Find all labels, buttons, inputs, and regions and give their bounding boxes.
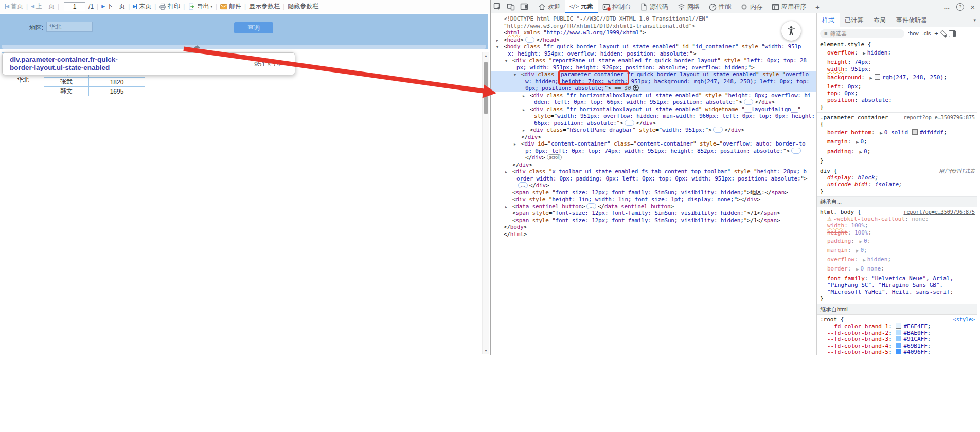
expand-shorthand-icon[interactable]: ▶: [880, 131, 882, 135]
color-swatch[interactable]: [896, 323, 901, 329]
expand-shorthand-icon[interactable]: ▶: [856, 249, 859, 253]
color-swatch[interactable]: [875, 74, 880, 80]
collapsed-arrow-icon[interactable]: ▸: [523, 106, 525, 114]
css-property---fd-color-brand-2[interactable]: --fd-color-brand-2: #BAE0FF;: [820, 330, 975, 336]
css-property-padding[interactable]: padding: ▶0;: [820, 148, 975, 156]
css-property-margin[interactable]: margin: ▶0;: [820, 138, 975, 146]
scroll-down-icon[interactable]: ▼: [483, 347, 489, 354]
color-swatch[interactable]: [912, 129, 918, 135]
styles-rules-list[interactable]: element.style {overflow: ▶hidden;height:…: [817, 40, 977, 355]
dom-node[interactable]: ▸<div class="fr-horizontalboxlayout ui-s…: [491, 92, 816, 99]
css-property-left[interactable]: left: 0px;: [820, 83, 975, 90]
expand-inline-button[interactable]: …: [713, 127, 723, 133]
expand-inline-button[interactable]: …: [586, 203, 596, 209]
dom-node[interactable]: …</div>: [491, 182, 816, 189]
style-rule[interactable]: html, body {report?op=e…3509796:875⚠-web…: [817, 207, 977, 304]
css-property-height[interactable]: height: 74px;: [820, 59, 975, 65]
expand-shorthand-icon[interactable]: ▶: [856, 267, 859, 272]
page-number-input[interactable]: [64, 2, 85, 11]
chevron-down-icon[interactable]: ▾: [973, 13, 980, 27]
param-dragbar[interactable]: [2, 45, 486, 49]
expand-inline-button[interactable]: …: [744, 99, 754, 105]
stylesheet-link[interactable]: report?op=e…3509796:875: [901, 114, 975, 121]
stylesheet-link[interactable]: <style>: [950, 316, 975, 323]
class-toggle[interactable]: .cls: [922, 30, 931, 37]
css-property-overflow[interactable]: overflow: ▶hidden;: [820, 256, 975, 264]
expand-shorthand-icon[interactable]: ▶: [863, 258, 865, 262]
dom-node-selected[interactable]: w: hidden; height: 74px; width: 951px; b…: [491, 78, 816, 85]
inspect-icon[interactable]: [491, 0, 504, 13]
dom-node-selected[interactable]: 0px; position: absolute;"> == $0: [491, 85, 816, 92]
expand-inline-button[interactable]: …: [525, 37, 535, 43]
collapsed-arrow-icon[interactable]: ▸: [496, 37, 498, 44]
dom-node[interactable]: ▸<div class="fr-horizontalboxlayout ui-s…: [491, 106, 816, 113]
toolbar-button-下一页[interactable]: ▶下一页: [99, 2, 127, 11]
dom-node[interactable]: ▸<head>…</head>: [491, 37, 816, 44]
brush-icon[interactable]: [940, 30, 947, 37]
dom-node[interactable]: </div>: [491, 161, 816, 169]
query-button[interactable]: 查询: [234, 22, 273, 33]
expand-shorthand-icon[interactable]: ▶: [860, 240, 862, 244]
css-property-overflow[interactable]: overflow: ▶hidden;: [820, 49, 975, 57]
css-property-top[interactable]: top: 0px;: [820, 90, 975, 97]
computed-sidebar-icon[interactable]: [949, 30, 956, 37]
dom-node[interactable]: x; height: 954px; overflow: hidden; posi…: [491, 50, 816, 58]
toolbar-button-显示参数栏[interactable]: 显示参数栏: [247, 2, 282, 11]
accessibility-button[interactable]: [781, 21, 801, 41]
css-property--webkit-touch-callout[interactable]: ⚠-webkit-touch-callout: none;: [820, 215, 975, 222]
toolbar-button-邮件[interactable]: 邮件: [218, 2, 243, 11]
expanded-arrow-icon[interactable]: ▾: [496, 44, 498, 51]
devtools-tab-performance[interactable]: 性能: [704, 0, 736, 13]
dom-node[interactable]: ▾<div class="reportPane ui-state-enabled…: [491, 57, 816, 64]
dom-node[interactable]: style="width: 951px; overflow: hidden; m…: [491, 113, 816, 120]
device-toolbar-icon[interactable]: [504, 0, 518, 13]
expand-shorthand-icon[interactable]: ▶: [856, 140, 859, 145]
collapsed-arrow-icon[interactable]: ▸: [514, 141, 516, 148]
dom-node[interactable]: <span style="font-size: 12px; font-famil…: [491, 217, 816, 224]
more-options-icon[interactable]: …: [943, 3, 950, 10]
expand-inline-button[interactable]: …: [625, 120, 634, 126]
dom-node[interactable]: "http://www.w3.org/TR/xhtml1/DTD/xhtml1-…: [491, 23, 816, 30]
dom-node[interactable]: <html xmlns="http://www.w3.org/1999/xhtm…: [491, 29, 816, 37]
styles-tab-已计算[interactable]: 已计算: [840, 13, 868, 27]
elements-dom-tree[interactable]: <!DOCTYPE html PUBLIC "-//W3C//DTD XHTML…: [491, 13, 816, 357]
dom-node[interactable]: p: 0px; left: 0px; top: 74px; width: 951…: [491, 148, 816, 155]
styles-tab-样式[interactable]: 样式: [817, 13, 840, 27]
devtools-tab-application[interactable]: 应用程序: [767, 0, 811, 13]
dom-node[interactable]: <span style="font-size: 12px; font-famil…: [491, 189, 816, 196]
styles-tab-事件侦听器[interactable]: 事件侦听器: [891, 13, 932, 27]
toolbar-button-隐藏参数栏[interactable]: 隐藏参数栏: [286, 2, 320, 11]
css-property-background[interactable]: background: ▶rgb(247, 248, 250);: [820, 74, 975, 82]
collapsed-arrow-icon[interactable]: ▸: [505, 204, 507, 211]
new-style-rule-button[interactable]: +: [934, 30, 938, 38]
css-property-font-family[interactable]: font-family: "Helvetica Neue", Arial, "P…: [820, 275, 975, 296]
scroll-badge[interactable]: scroll: [547, 154, 562, 160]
expand-shorthand-icon[interactable]: ▶: [860, 150, 862, 154]
toolbar-button-末页[interactable]: ▶末页: [131, 2, 153, 11]
styles-tab-布局[interactable]: 布局: [868, 13, 891, 27]
devtools-tab-add[interactable]: +: [811, 0, 825, 13]
dom-node[interactable]: </html>: [491, 231, 816, 238]
css-property-height[interactable]: height: 100%;: [820, 229, 975, 236]
collapse-arrow-icon[interactable]: [193, 45, 201, 48]
dom-node[interactable]: ▸<div id="content-container" class="cont…: [491, 140, 816, 148]
collapsed-arrow-icon[interactable]: ▸: [523, 93, 525, 100]
scroll-up-icon[interactable]: ▲: [483, 52, 489, 59]
devtools-tab-elements[interactable]: </>元素: [565, 0, 598, 13]
css-property---fd-color-brand-5[interactable]: --fd-color-brand-5: #4096FF;: [820, 349, 975, 355]
style-rule[interactable]: .parameter-containerreport?op=e…3509796:…: [817, 113, 977, 166]
scrollbar-thumb[interactable]: [484, 62, 488, 114]
devtools-tab-memory[interactable]: 内存: [736, 0, 767, 13]
devtools-tab-sources[interactable]: 源代码: [635, 0, 673, 13]
dom-node[interactable]: <div style="height: 1in; width: 1in; fon…: [491, 196, 816, 203]
expanded-arrow-icon[interactable]: ▾: [505, 58, 507, 65]
dom-node[interactable]: ▸<data-sentinel-button>…</data-sentinel-…: [491, 203, 816, 210]
css-property---fd-color-brand-3[interactable]: --fd-color-brand-3: #91CAFF;: [820, 336, 975, 343]
dom-node[interactable]: <!DOCTYPE html PUBLIC "-//W3C//DTD XHTML…: [491, 15, 816, 23]
hover-state-toggle[interactable]: :hov: [908, 30, 919, 37]
dom-node[interactable]: px; width: 951px; height: 926px; positio…: [491, 64, 816, 71]
dom-node[interactable]: dden; left: 0px; top: 66px; width: 951px…: [491, 99, 816, 106]
style-rule[interactable]: :root {<style>--fd-color-brand-1: #E6F4F…: [817, 315, 977, 355]
css-property---fd-color-brand-1[interactable]: --fd-color-brand-1: #E6F4FF;: [820, 323, 975, 330]
expand-inline-button[interactable]: …: [518, 182, 528, 188]
